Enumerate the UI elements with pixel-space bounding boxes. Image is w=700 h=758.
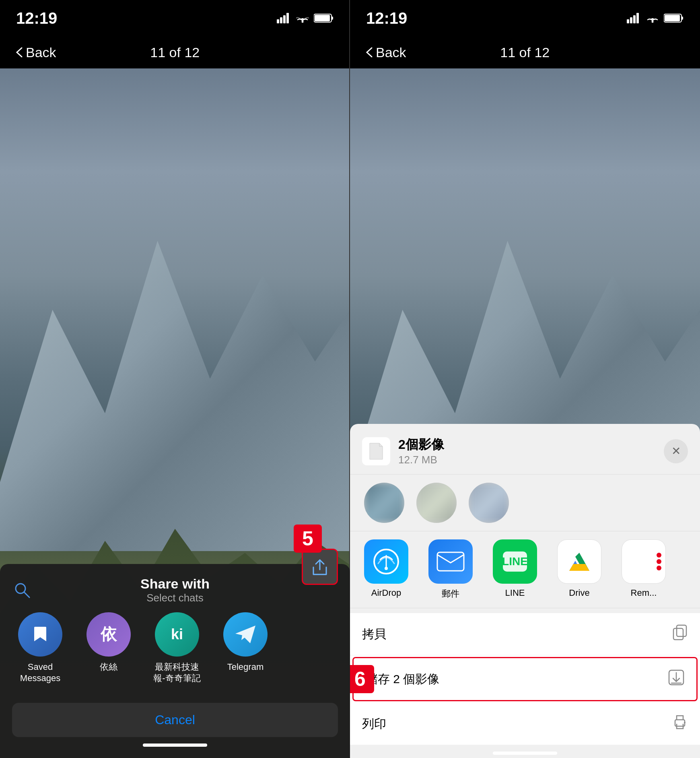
ios-contact-1[interactable] [362, 483, 406, 523]
ios-contacts-row [350, 475, 700, 531]
svg-point-28 [684, 722, 686, 723]
status-bar-left: 12:19 [0, 0, 350, 36]
copy-icon-svg [672, 624, 688, 640]
svg-point-4 [302, 21, 304, 23]
contact-saved-messages[interactable]: SavedMessages [12, 612, 68, 684]
save-label: 儲存 2 個影像 [366, 671, 439, 688]
contact-tech-news[interactable]: ki 最新科技速報-奇奇筆記 [149, 612, 205, 684]
share-title-wrap: Share with Select chats [140, 576, 210, 604]
action-save-wrap: 6 儲存 2 個影像 [350, 657, 700, 701]
line-app-icon: LINE [493, 539, 537, 584]
copy-icon [672, 624, 688, 644]
svg-rect-16 [681, 17, 683, 20]
app-item-drive[interactable]: Drive [547, 539, 611, 600]
line-label: LINE [505, 588, 525, 598]
app-item-line[interactable]: LINE LINE [483, 539, 547, 600]
back-chevron-left [16, 47, 23, 58]
save-icon-svg [668, 669, 684, 686]
svg-rect-2 [283, 15, 286, 23]
mail-icon-svg [436, 551, 465, 572]
share-button-wrap: 5 [302, 549, 338, 585]
svg-rect-23 [673, 628, 683, 640]
bookmark-icon [30, 624, 50, 644]
svg-rect-17 [665, 15, 680, 21]
status-time-right: 12:19 [366, 9, 407, 27]
svg-rect-11 [630, 17, 632, 23]
search-icon [14, 582, 30, 598]
telegram-share-sheet: Share with Select chats SavedMessages [0, 564, 350, 758]
nav-bar-left: Back 11 of 12 [0, 36, 350, 68]
airdrop-label: AirDrop [371, 588, 401, 598]
action-copy[interactable]: 拷貝 [350, 613, 700, 655]
svg-rect-10 [627, 19, 629, 23]
svg-line-9 [24, 592, 29, 597]
svg-text:LINE: LINE [502, 555, 528, 568]
right-panel: 12:19 [350, 0, 700, 758]
label-yisi: 依絲 [100, 661, 117, 673]
back-label-right: Back [376, 45, 406, 60]
ios-avatar-1 [364, 483, 404, 523]
airdrop-icon-svg [372, 547, 400, 576]
signal-icon-right [627, 13, 641, 23]
app-item-more[interactable]: Rem... [611, 539, 676, 600]
share-button[interactable] [302, 549, 338, 585]
save-icon [668, 669, 684, 689]
photo-area-right: 2個影像 12.7 MB ✕ [350, 68, 700, 758]
label-saved-messages: SavedMessages [20, 661, 60, 684]
app-item-airdrop[interactable]: AirDrop [354, 539, 418, 600]
svg-rect-6 [331, 17, 333, 20]
svg-point-19 [385, 567, 388, 570]
share-sheet-header: Share with Select chats [12, 576, 338, 604]
cancel-button[interactable]: Cancel [12, 703, 338, 737]
airdrop-icon [364, 539, 408, 584]
nav-bar-right: Back 11 of 12 [350, 36, 700, 68]
action-save[interactable]: 儲存 2 個影像 [352, 657, 698, 701]
svg-rect-1 [280, 17, 282, 23]
step6-badge: 6 [350, 665, 374, 693]
photo-area-left: 5 Share with Sele [0, 68, 350, 758]
drive-icon-svg [565, 549, 593, 575]
status-bar-right: 12:19 [350, 0, 700, 36]
share-contacts-row: SavedMessages 依 依絲 ki 最新科技速報-奇奇筆記 [12, 612, 338, 684]
back-button-left[interactable]: Back [16, 45, 56, 60]
mail-app-icon [428, 539, 473, 584]
svg-rect-7 [315, 15, 330, 21]
print-icon [672, 714, 688, 733]
search-button[interactable] [12, 580, 32, 600]
label-telegram: Telegram [227, 661, 264, 673]
home-indicator-right [493, 752, 557, 755]
svg-rect-12 [633, 15, 636, 23]
doc-icon [362, 437, 390, 465]
signal-icon-left [277, 13, 291, 23]
print-icon-svg [672, 714, 688, 730]
ios-contact-3[interactable] [467, 483, 511, 523]
sheet-doc-name: 2個影像 [398, 436, 656, 454]
ios-contact-2[interactable] [414, 483, 459, 523]
drive-label: Drive [569, 588, 589, 598]
nav-counter-right: 11 of 12 [500, 45, 550, 60]
step5-badge: 5 [294, 525, 322, 553]
back-chevron-right [366, 47, 373, 58]
contact-telegram[interactable]: Telegram [217, 612, 274, 684]
app-item-mail[interactable]: 郵件 [418, 539, 483, 600]
status-icons-right [627, 13, 684, 23]
share-icon [311, 557, 329, 577]
ios-sheet-header: 2個影像 12.7 MB ✕ [350, 424, 700, 475]
ios-apps-row: AirDrop 郵件 [350, 531, 700, 608]
wifi-icon-right [646, 13, 659, 23]
back-button-right[interactable]: Back [366, 45, 406, 60]
ios-share-sheet: 2個影像 12.7 MB ✕ [350, 424, 700, 758]
back-label-left: Back [26, 45, 56, 60]
sheet-close-button[interactable]: ✕ [664, 439, 688, 463]
sheet-doc-size: 12.7 MB [398, 454, 656, 466]
avatar-tech-news: ki [155, 612, 199, 657]
label-tech-news: 最新科技速報-奇奇筆記 [153, 661, 200, 684]
sheet-title-wrap: 2個影像 12.7 MB [398, 436, 656, 466]
home-indicator-left [143, 744, 207, 747]
svg-rect-13 [636, 13, 639, 23]
contact-yisi[interactable]: 依 依絲 [80, 612, 137, 684]
action-print[interactable]: 列印 [350, 703, 700, 745]
ios-avatar-2 [416, 483, 457, 523]
nav-counter-left: 11 of 12 [150, 45, 200, 60]
line-icon-svg: LINE [501, 547, 529, 576]
